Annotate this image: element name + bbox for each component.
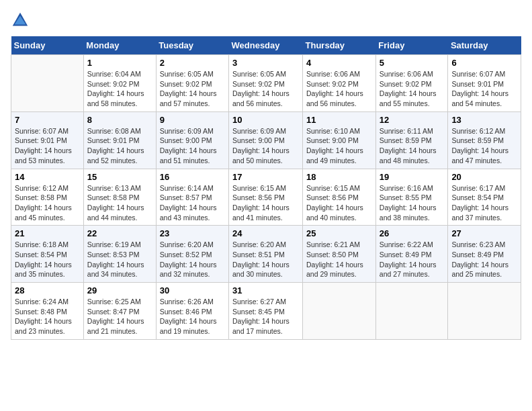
sunset-label: Sunset: 8:55 PM xyxy=(380,193,432,201)
weekday-header-cell: Sunday xyxy=(11,36,84,55)
calendar-cell: 13 Sunrise: 6:12 AM Sunset: 8:59 PM Dayl… xyxy=(448,111,521,169)
daylight-label: Daylight: 14 hours and 45 minutes. xyxy=(15,203,72,222)
daylight-label: Daylight: 14 hours and 53 minutes. xyxy=(15,146,72,165)
sunset-label: Sunset: 8:49 PM xyxy=(380,250,432,259)
sunrise-label: Sunrise: 6:06 AM xyxy=(380,70,433,78)
sunrise-label: Sunrise: 6:15 AM xyxy=(232,184,286,192)
day-number: 26 xyxy=(380,228,445,238)
day-number: 21 xyxy=(15,228,80,238)
sunset-label: Sunset: 8:57 PM xyxy=(160,193,212,201)
sunrise-label: Sunrise: 6:10 AM xyxy=(306,127,360,135)
daylight-label: Daylight: 14 hours and 34 minutes. xyxy=(87,261,144,279)
sunset-label: Sunset: 8:51 PM xyxy=(232,250,285,259)
cell-info: Sunrise: 6:12 AM Sunset: 8:58 PM Dayligh… xyxy=(15,183,80,223)
sunrise-label: Sunrise: 6:05 AM xyxy=(232,70,286,78)
calendar-cell: 29 Sunrise: 6:25 AM Sunset: 8:47 PM Dayl… xyxy=(83,283,156,340)
weekday-header-cell: Monday xyxy=(83,36,156,55)
cell-info: Sunrise: 6:05 AM Sunset: 9:02 PM Dayligh… xyxy=(160,69,225,109)
sunset-label: Sunset: 8:48 PM xyxy=(15,308,67,316)
daylight-label: Daylight: 14 hours and 37 minutes. xyxy=(451,203,508,222)
calendar-body: 1 Sunrise: 6:04 AM Sunset: 9:02 PM Dayli… xyxy=(11,55,521,340)
calendar-week-row: 7 Sunrise: 6:07 AM Sunset: 9:01 PM Dayli… xyxy=(11,111,521,169)
calendar-week-row: 14 Sunrise: 6:12 AM Sunset: 8:58 PM Dayl… xyxy=(11,169,521,226)
cell-info: Sunrise: 6:18 AM Sunset: 8:54 PM Dayligh… xyxy=(15,240,80,279)
sunrise-label: Sunrise: 6:11 AM xyxy=(380,127,433,135)
sunrise-label: Sunrise: 6:17 AM xyxy=(451,184,505,192)
calendar-cell: 28 Sunrise: 6:24 AM Sunset: 8:48 PM Dayl… xyxy=(11,283,84,340)
calendar-week-row: 21 Sunrise: 6:18 AM Sunset: 8:54 PM Dayl… xyxy=(11,226,521,283)
daylight-label: Daylight: 14 hours and 40 minutes. xyxy=(306,203,363,222)
sunrise-label: Sunrise: 6:04 AM xyxy=(87,70,141,78)
cell-info: Sunrise: 6:05 AM Sunset: 9:02 PM Dayligh… xyxy=(232,69,299,109)
calendar-cell: 24 Sunrise: 6:20 AM Sunset: 8:51 PM Dayl… xyxy=(229,226,303,283)
day-number: 20 xyxy=(451,172,517,182)
sunset-label: Sunset: 8:54 PM xyxy=(15,250,67,259)
cell-info: Sunrise: 6:08 AM Sunset: 9:01 PM Dayligh… xyxy=(87,126,152,166)
sunrise-label: Sunrise: 6:08 AM xyxy=(87,127,141,135)
calendar-cell: 16 Sunrise: 6:14 AM Sunset: 8:57 PM Dayl… xyxy=(156,169,228,226)
sunrise-label: Sunrise: 6:12 AM xyxy=(15,184,69,192)
calendar-cell: 22 Sunrise: 6:19 AM Sunset: 8:53 PM Dayl… xyxy=(83,226,156,283)
daylight-label: Daylight: 14 hours and 58 minutes. xyxy=(87,89,144,107)
sunrise-label: Sunrise: 6:13 AM xyxy=(87,184,141,192)
sunset-label: Sunset: 8:45 PM xyxy=(232,308,285,316)
calendar-cell: 8 Sunrise: 6:08 AM Sunset: 9:01 PM Dayli… xyxy=(83,111,156,169)
cell-info: Sunrise: 6:09 AM Sunset: 9:00 PM Dayligh… xyxy=(232,126,299,166)
day-number: 27 xyxy=(451,228,517,238)
cell-info: Sunrise: 6:20 AM Sunset: 8:52 PM Dayligh… xyxy=(160,240,225,279)
sunset-label: Sunset: 8:49 PM xyxy=(451,250,504,259)
sunrise-label: Sunrise: 6:22 AM xyxy=(380,240,433,248)
calendar-cell: 17 Sunrise: 6:15 AM Sunset: 8:56 PM Dayl… xyxy=(229,169,303,226)
calendar-cell: 10 Sunrise: 6:09 AM Sunset: 9:00 PM Dayl… xyxy=(229,111,303,169)
calendar-cell: 21 Sunrise: 6:18 AM Sunset: 8:54 PM Dayl… xyxy=(11,226,84,283)
calendar-cell: 7 Sunrise: 6:07 AM Sunset: 9:01 PM Dayli… xyxy=(11,111,84,169)
day-number: 31 xyxy=(232,285,299,295)
sunset-label: Sunset: 8:47 PM xyxy=(87,308,140,316)
daylight-label: Daylight: 14 hours and 30 minutes. xyxy=(232,261,290,279)
day-number: 24 xyxy=(232,228,299,238)
sunset-label: Sunset: 8:58 PM xyxy=(87,193,140,201)
day-number: 29 xyxy=(87,285,152,295)
calendar-table: SundayMondayTuesdayWednesdayThursdayFrid… xyxy=(11,36,521,340)
day-number: 30 xyxy=(160,285,225,295)
daylight-label: Daylight: 14 hours and 17 minutes. xyxy=(232,317,290,335)
calendar-cell: 4 Sunrise: 6:06 AM Sunset: 9:02 PM Dayli… xyxy=(303,55,376,112)
day-number: 12 xyxy=(380,115,445,125)
daylight-label: Daylight: 14 hours and 49 minutes. xyxy=(306,146,363,165)
logo xyxy=(11,11,32,30)
day-number: 25 xyxy=(306,228,372,238)
sunset-label: Sunset: 8:56 PM xyxy=(306,193,359,201)
sunrise-label: Sunrise: 6:09 AM xyxy=(232,127,286,135)
daylight-label: Daylight: 14 hours and 43 minutes. xyxy=(160,203,217,222)
sunset-label: Sunset: 8:53 PM xyxy=(87,250,140,259)
cell-info: Sunrise: 6:10 AM Sunset: 9:00 PM Dayligh… xyxy=(306,126,372,166)
cell-info: Sunrise: 6:06 AM Sunset: 9:02 PM Dayligh… xyxy=(306,69,372,109)
cell-info: Sunrise: 6:11 AM Sunset: 8:59 PM Dayligh… xyxy=(380,126,445,166)
sunset-label: Sunset: 9:02 PM xyxy=(160,80,212,88)
sunrise-label: Sunrise: 6:16 AM xyxy=(380,184,433,192)
cell-info: Sunrise: 6:13 AM Sunset: 8:58 PM Dayligh… xyxy=(87,183,152,223)
weekday-header-cell: Tuesday xyxy=(156,36,228,55)
sunrise-label: Sunrise: 6:09 AM xyxy=(160,127,214,135)
day-number: 16 xyxy=(160,172,225,182)
daylight-label: Daylight: 14 hours and 23 minutes. xyxy=(15,317,72,335)
day-number: 11 xyxy=(306,115,372,125)
day-number: 13 xyxy=(451,115,517,125)
day-number: 9 xyxy=(160,115,225,125)
sunset-label: Sunset: 8:54 PM xyxy=(451,193,504,201)
day-number: 10 xyxy=(232,115,299,125)
sunrise-label: Sunrise: 6:12 AM xyxy=(451,127,505,135)
day-number: 6 xyxy=(451,58,517,68)
cell-info: Sunrise: 6:26 AM Sunset: 8:46 PM Dayligh… xyxy=(160,297,225,336)
weekday-header-cell: Saturday xyxy=(448,36,521,55)
calendar-cell: 1 Sunrise: 6:04 AM Sunset: 9:02 PM Dayli… xyxy=(83,55,156,112)
day-number: 2 xyxy=(160,58,225,68)
daylight-label: Daylight: 14 hours and 29 minutes. xyxy=(306,261,363,279)
day-number: 18 xyxy=(306,172,372,182)
weekday-header-cell: Friday xyxy=(375,36,448,55)
daylight-label: Daylight: 14 hours and 44 minutes. xyxy=(87,203,144,222)
sunset-label: Sunset: 9:01 PM xyxy=(451,80,504,88)
calendar-cell: 15 Sunrise: 6:13 AM Sunset: 8:58 PM Dayl… xyxy=(83,169,156,226)
daylight-label: Daylight: 14 hours and 27 minutes. xyxy=(380,261,437,279)
cell-info: Sunrise: 6:20 AM Sunset: 8:51 PM Dayligh… xyxy=(232,240,299,279)
